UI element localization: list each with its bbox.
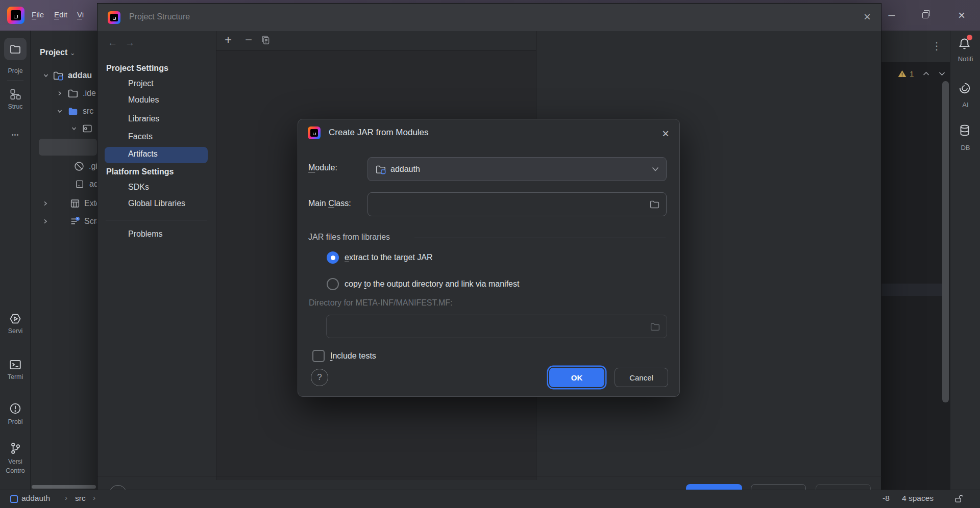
browse-folder-icon[interactable] — [649, 199, 660, 210]
nav-divider — [106, 220, 207, 220]
menu-edit[interactable]: Edit — [54, 10, 67, 19]
main-class-input[interactable] — [368, 192, 667, 216]
tree-label: .ide — [83, 89, 96, 98]
tool-problems-button[interactable] — [9, 402, 22, 415]
ps-window-title: Project Structure — [129, 12, 190, 21]
db-label: DB — [950, 144, 980, 151]
tree-row-addauth[interactable]: addau — [43, 68, 92, 83]
include-tests-checkbox[interactable]: Include tests — [312, 350, 376, 362]
menu-file[interactable]: File — [32, 10, 44, 19]
inspections-widget[interactable]: 1 — [898, 67, 945, 80]
nav-item-libraries[interactable]: Libraries — [128, 114, 159, 123]
module-select[interactable]: addauth — [368, 157, 667, 181]
dialog-ok-button[interactable]: OK — [549, 368, 604, 387]
lock-icon[interactable] — [953, 494, 964, 504]
status-bar: addauth › src › -8 4 spaces — [0, 490, 980, 508]
status-indent[interactable]: 4 spaces — [902, 494, 934, 503]
chevron-right-icon — [43, 201, 48, 206]
tool-services-label: Servi — [0, 327, 31, 335]
tree-row-external-libraries[interactable]: Extern — [43, 196, 97, 211]
breadcrumb-separator: › — [65, 493, 67, 502]
chevron-right-icon — [43, 219, 48, 224]
breadcrumb-project[interactable]: addauth — [21, 494, 50, 503]
chevron-down-icon — [57, 109, 62, 114]
nav-item-problems[interactable]: Problems — [128, 230, 163, 239]
tree-row-scratches[interactable]: Scratc — [43, 214, 97, 229]
project-panel-title[interactable]: Project ⌄ — [40, 48, 76, 57]
tool-services-button[interactable] — [8, 312, 22, 325]
artifacts-toolbar-divider — [216, 50, 536, 50]
intellij-logo-icon — [7, 7, 24, 24]
services-icon — [8, 312, 22, 325]
remove-artifact-button[interactable]: − — [242, 32, 255, 47]
browse-folder-icon — [650, 321, 660, 332]
nav-item-sdks[interactable]: SDKs — [128, 183, 149, 192]
ignored-file-icon — [74, 161, 85, 172]
back-arrow-icon: ← — [108, 37, 117, 48]
tree-label: .gi — [89, 162, 97, 171]
intellij-app: File Edit Vi ─ × Proje Struc ••• Servi T… — [0, 0, 980, 508]
maximize-button[interactable] — [915, 6, 936, 24]
tree-row-package[interactable] — [71, 121, 93, 136]
dialog-cancel-button[interactable]: Cancel — [615, 368, 668, 387]
vertical-scrollbar[interactable] — [942, 81, 949, 402]
radio-extract[interactable]: extract to the target JAR — [327, 251, 433, 264]
intellij-logo-icon — [108, 11, 120, 24]
nav-item-facets[interactable]: Facets — [128, 132, 153, 141]
nav-item-global-libraries[interactable]: Global Libraries — [128, 199, 185, 208]
file-icon — [75, 179, 85, 189]
notifications-button[interactable] — [958, 37, 971, 50]
forward-button[interactable]: → — [125, 37, 135, 48]
tree-row-idea[interactable]: .ide — [57, 86, 96, 101]
tool-structure-button[interactable] — [9, 88, 22, 101]
nav-item-artifacts[interactable]: Artifacts — [105, 147, 208, 163]
add-artifact-button[interactable]: + — [222, 32, 235, 47]
horizontal-scrollbar[interactable] — [32, 485, 96, 489]
tool-structure-label: Struc — [0, 103, 31, 110]
dialog-close-button[interactable]: × — [655, 123, 676, 144]
main-class-label: Main Class: — [308, 199, 351, 208]
ps-close-button[interactable]: × — [857, 7, 877, 27]
folder-icon — [9, 43, 21, 55]
ai-label: AI — [950, 101, 980, 109]
project-panel: Project ⌄ addau .ide src .gi ad — [31, 31, 97, 490]
menu-view[interactable]: Vi — [77, 10, 84, 19]
radio-copy[interactable]: copy to the output directory and link vi… — [327, 278, 519, 290]
kebab-menu-button[interactable]: ⋮ — [932, 40, 942, 52]
tool-version-control-button[interactable] — [9, 442, 22, 455]
tree-row-selected[interactable] — [39, 139, 97, 156]
nav-item-project[interactable]: Project — [128, 79, 154, 88]
minimize-button[interactable]: ─ — [881, 6, 902, 24]
dialog-title: Create JAR from Modules — [329, 128, 429, 138]
chevron-down-icon[interactable] — [939, 71, 945, 76]
section-divider — [414, 238, 666, 238]
database-button[interactable] — [958, 123, 971, 137]
status-encoding[interactable]: -8 — [883, 494, 890, 503]
create-jar-dialog: Create JAR from Modules × Module: addaut… — [298, 119, 680, 397]
tree-row-iml-file[interactable]: ad — [75, 176, 97, 192]
tool-project-button[interactable] — [4, 38, 27, 60]
tree-row-gitignore[interactable]: .gi — [74, 159, 97, 174]
back-button[interactable]: ← — [108, 37, 117, 48]
tool-version-control-label-1: Versi — [0, 458, 31, 465]
scratches-icon — [69, 216, 81, 227]
dialog-help-button[interactable]: ? — [311, 369, 328, 386]
copy-artifact-button[interactable] — [260, 35, 271, 45]
help-icon: ? — [317, 372, 322, 383]
close-window-button[interactable]: × — [951, 6, 972, 24]
editor-current-line — [881, 284, 943, 296]
more-tools-button[interactable]: ••• — [0, 132, 31, 138]
tool-terminal-button[interactable] — [9, 358, 22, 371]
tree-label: src — [83, 107, 93, 116]
module-icon — [10, 495, 18, 503]
structure-icon — [9, 88, 22, 101]
chevron-up-icon[interactable] — [923, 71, 929, 76]
ai-assistant-button[interactable] — [958, 82, 971, 95]
nav-item-modules[interactable]: Modules — [128, 95, 159, 105]
tree-label: Scratc — [84, 217, 97, 226]
source-folder-icon — [67, 106, 79, 117]
breadcrumb-separator: › — [93, 493, 95, 502]
breadcrumb-src[interactable]: src — [75, 494, 86, 503]
module-select-value: addauth — [390, 165, 420, 174]
tree-row-src[interactable]: src — [57, 104, 93, 119]
